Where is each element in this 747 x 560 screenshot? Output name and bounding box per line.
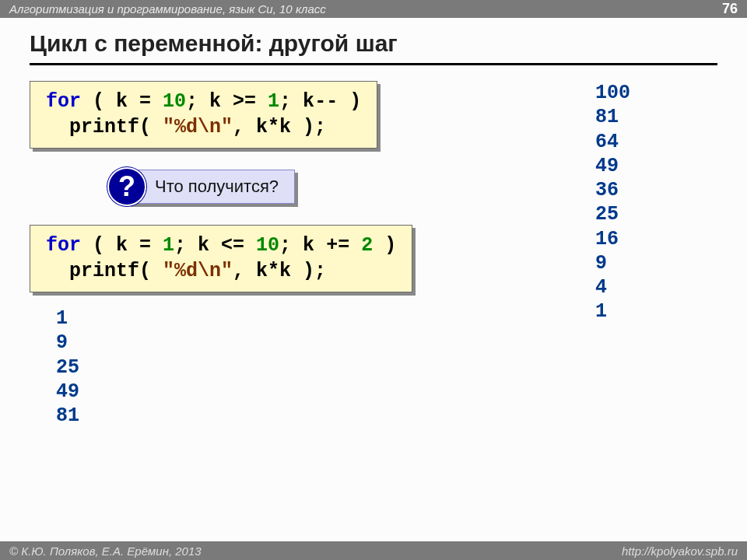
string-literal: "%d\n" xyxy=(163,260,233,282)
code-block-1: for ( k = 10; k >= 1; k-- ) printf( "%d\… xyxy=(30,81,377,149)
number: 1 xyxy=(163,234,174,257)
breadcrumb: Алгоритмизация и программирование, язык … xyxy=(9,2,326,16)
code-block-2: for ( k = 1; k <= 10; k += 2 ) printf( "… xyxy=(30,225,412,292)
op-plus-eq: += xyxy=(314,234,361,257)
code-text: ) xyxy=(338,90,361,113)
question-badge: ? xyxy=(107,167,146,206)
keyword-for: for xyxy=(46,234,81,257)
code-text: , k*k ); xyxy=(233,260,326,282)
footer-url: http://kpolyakov.spb.ru xyxy=(622,544,738,558)
code-text: ) xyxy=(373,234,396,257)
code-text: ; k xyxy=(279,90,314,113)
code-text: ( k xyxy=(81,234,128,257)
footer-bar: © К.Ю. Поляков, Е.А. Ерёмин, 2013 http:/… xyxy=(0,541,747,560)
code-text: ( k xyxy=(81,90,128,113)
header-bar: Алгоритмизация и программирование, язык … xyxy=(0,0,747,18)
output-left: 1 9 25 49 81 xyxy=(56,306,717,428)
code-text: printf( xyxy=(46,260,163,282)
number: 10 xyxy=(256,234,279,257)
code-text: ; k xyxy=(279,234,314,257)
number: 10 xyxy=(163,90,186,113)
output-right: 100 81 64 49 36 25 16 9 4 1 xyxy=(595,81,630,324)
code-text: ; k xyxy=(186,90,221,113)
string-literal: "%d\n" xyxy=(163,116,233,138)
number: 1 xyxy=(268,90,279,113)
footer-copyright: © К.Ю. Поляков, Е.А. Ерёмин, 2013 xyxy=(9,544,202,558)
op-assign: = xyxy=(128,90,163,113)
keyword-for: for xyxy=(46,90,81,113)
number: 2 xyxy=(361,234,373,257)
code-text: printf( xyxy=(46,116,163,138)
page-number: 76 xyxy=(722,1,738,17)
code-text: , k*k ); xyxy=(233,116,326,138)
op-assign: = xyxy=(128,234,163,257)
page-title: Цикл с переменной: другой шаг xyxy=(0,18,747,63)
op-lte: <= xyxy=(209,234,256,257)
code-text: ; k xyxy=(174,234,209,257)
content: for ( k = 10; k >= 1; k-- ) printf( "%d\… xyxy=(0,65,747,443)
op-gte: >= xyxy=(221,90,268,113)
op-decr: -- xyxy=(314,90,338,113)
callout-text: Что получится? xyxy=(128,170,295,204)
